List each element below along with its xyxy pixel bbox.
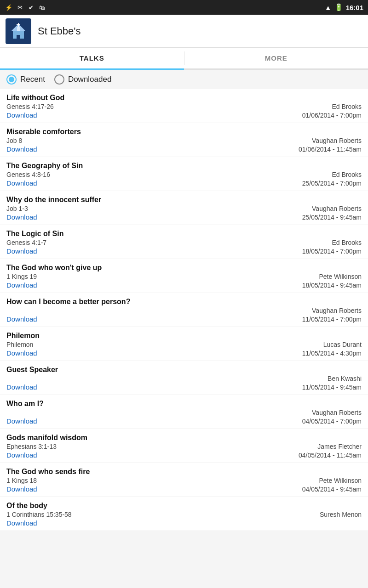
talk-download-row: Download11/05/2014 - 9:45am: [6, 383, 362, 391]
radio-downloaded[interactable]: Downloaded: [54, 74, 112, 85]
tab-talks[interactable]: TALKS: [0, 48, 184, 68]
talk-download-row: Download18/05/2014 - 9:45am: [6, 281, 362, 289]
download-button[interactable]: Download: [6, 383, 37, 391]
talk-item: PhilemonPhilemonLucas DurantDownload11/0…: [0, 327, 368, 361]
talk-download-row: Download04/05/2014 - 9:45am: [6, 485, 362, 493]
download-button[interactable]: Download: [6, 519, 37, 527]
talk-details-row: Genesis 4:17-26Ed Brooks: [6, 103, 362, 110]
talk-download-row: Download: [6, 519, 362, 527]
talk-download-row: Download04/05/2014 - 11:45am: [6, 451, 362, 459]
talk-speaker: Lucas Durant: [323, 341, 362, 348]
talk-speaker: Vaughan Roberts: [6, 409, 362, 416]
download-button[interactable]: Download: [6, 281, 37, 289]
status-icons-left: ⚡ ✉ ✔ 🛍: [5, 3, 46, 11]
talk-title: The Logic of Sin: [6, 230, 362, 238]
talk-datetime: 25/05/2014 - 7:00pm: [302, 180, 362, 187]
talk-speaker: Pete Wilkinson: [319, 273, 362, 280]
talk-ref: 1 Corinthians 15:35-58: [6, 511, 72, 518]
download-button[interactable]: Download: [6, 145, 37, 153]
talk-title: Gods manifold wisdom: [6, 434, 362, 442]
talk-speaker: Ed Brooks: [332, 103, 362, 110]
talk-title: How can I become a better person?: [6, 298, 362, 306]
download-button[interactable]: Download: [6, 485, 37, 493]
talk-ref: Philemon: [6, 341, 33, 348]
talk-title: Of the body: [6, 502, 362, 510]
talk-speaker: Suresh Menon: [320, 511, 362, 518]
talk-ref: Genesis 4:17-26: [6, 103, 54, 110]
clock: 16:01: [346, 4, 363, 11]
talk-datetime: 04/05/2014 - 7:00pm: [302, 418, 362, 425]
talk-item: How can I become a better person?Vaughan…: [0, 293, 368, 327]
talk-speaker: Vaughan Roberts: [312, 205, 362, 212]
talk-item: The Geography of SinGenesis 4:8-16Ed Bro…: [0, 157, 368, 191]
talk-title: Who am I?: [6, 400, 362, 408]
svg-rect-2: [17, 27, 20, 31]
tab-more[interactable]: MORE: [184, 48, 368, 68]
talk-title: The God who won't give up: [6, 264, 362, 272]
talk-datetime: 11/05/2014 - 4:30pm: [302, 350, 362, 357]
talk-item: Gods manifold wisdomEphesians 3:1-13Jame…: [0, 429, 368, 463]
talk-title: Miserable comforters: [6, 128, 362, 136]
talk-datetime: 11/05/2014 - 7:00pm: [302, 316, 362, 323]
talk-details-row: 1 Kings 19Pete Wilkinson: [6, 273, 362, 280]
talk-item: The God who won't give up1 Kings 19Pete …: [0, 259, 368, 293]
talk-datetime: 01/06/2014 - 7:00pm: [302, 112, 362, 119]
radio-downloaded-label: Downloaded: [68, 75, 112, 84]
download-button[interactable]: Download: [6, 349, 37, 357]
talk-speaker: Ben Kwashi: [6, 375, 362, 382]
svg-rect-5: [17, 35, 20, 39]
talk-title: Why do the innocent suffer: [6, 196, 362, 204]
talk-details-row: PhilemonLucas Durant: [6, 341, 362, 348]
svg-rect-4: [17, 24, 20, 25]
talk-item: The God who sends fire1 Kings 18Pete Wil…: [0, 463, 368, 497]
task-icon: ✔: [27, 3, 35, 11]
talk-item: The Logic of SinGenesis 4:1-7Ed BrooksDo…: [0, 225, 368, 259]
talk-download-row: Download11/05/2014 - 4:30pm: [6, 349, 362, 357]
talk-download-row: Download04/05/2014 - 7:00pm: [6, 417, 362, 425]
filter-radio-row: Recent Downloaded: [0, 70, 368, 89]
download-button[interactable]: Download: [6, 315, 37, 323]
talk-details-row: Ephesians 3:1-13James Fletcher: [6, 443, 362, 450]
download-button[interactable]: Download: [6, 417, 37, 425]
talk-title: The God who sends fire: [6, 468, 362, 476]
download-button[interactable]: Download: [6, 247, 37, 255]
radio-recent[interactable]: Recent: [6, 74, 45, 85]
download-button[interactable]: Download: [6, 111, 37, 119]
talk-datetime: 18/05/2014 - 9:45am: [302, 282, 362, 289]
talk-speaker: Vaughan Roberts: [6, 307, 362, 314]
talk-title: Philemon: [6, 332, 362, 340]
app-title: St Ebbe's: [38, 25, 80, 37]
talk-download-row: Download01/06/2014 - 11:45am: [6, 145, 362, 153]
talk-item: Life without GodGenesis 4:17-26Ed Brooks…: [0, 89, 368, 123]
radio-recent-circle: [6, 74, 17, 85]
radio-recent-label: Recent: [20, 75, 45, 84]
talk-datetime: 01/06/2014 - 11:45am: [299, 146, 362, 153]
app-header: St Ebbe's: [0, 15, 368, 48]
talk-download-row: Download11/05/2014 - 7:00pm: [6, 315, 362, 323]
talk-speaker: Ed Brooks: [332, 239, 362, 246]
talk-datetime: 11/05/2014 - 9:45am: [302, 384, 362, 391]
talk-title: Guest Speaker: [6, 366, 362, 374]
talk-download-row: Download25/05/2014 - 7:00pm: [6, 179, 362, 187]
radio-downloaded-circle: [54, 74, 64, 85]
talk-item: Why do the innocent sufferJob 1-3Vaughan…: [0, 191, 368, 225]
talk-details-row: Genesis 4:8-16Ed Brooks: [6, 171, 362, 178]
talk-speaker: Ed Brooks: [332, 171, 362, 178]
status-bar: ⚡ ✉ ✔ 🛍 ▲ 🔋 16:01: [0, 0, 368, 15]
download-button[interactable]: Download: [6, 451, 37, 459]
talk-item: Miserable comfortersJob 8Vaughan Roberts…: [0, 123, 368, 157]
talk-datetime: 04/05/2014 - 11:45am: [299, 452, 362, 459]
download-button[interactable]: Download: [6, 179, 37, 187]
talk-datetime: 04/05/2014 - 9:45am: [302, 486, 362, 493]
talk-ref: Genesis 4:1-7: [6, 239, 46, 246]
wifi-icon: ▲: [325, 4, 332, 11]
talk-details-row: 1 Corinthians 15:35-58Suresh Menon: [6, 511, 362, 518]
talk-ref: Ephesians 3:1-13: [6, 443, 57, 450]
shop-icon: 🛍: [38, 3, 46, 11]
talk-datetime: 25/05/2014 - 9:45am: [302, 214, 362, 221]
talk-title: Life without God: [6, 94, 362, 102]
status-icons-right: ▲ 🔋 16:01: [325, 3, 363, 11]
download-button[interactable]: Download: [6, 213, 37, 221]
talk-details-row: Job 8Vaughan Roberts: [6, 137, 362, 144]
talk-download-row: Download01/06/2014 - 7:00pm: [6, 111, 362, 119]
